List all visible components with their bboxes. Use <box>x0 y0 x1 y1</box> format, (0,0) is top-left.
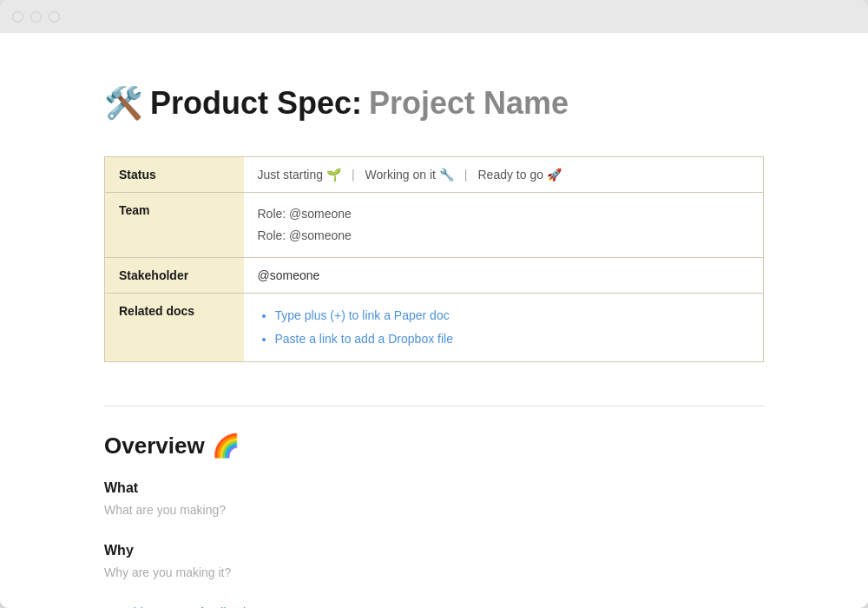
minimize-button[interactable] <box>30 11 42 23</box>
app-window: 🛠️ Product Spec: Project Name Status Jus… <box>0 0 868 608</box>
overview-section: Overview 🌈 What What are you making? Why… <box>104 433 764 608</box>
status-value: Just starting 🌱 | Working on it 🔧 | Read… <box>244 157 764 193</box>
stakeholder-label: Stakeholder <box>105 258 244 294</box>
why-title: Why <box>104 543 764 558</box>
table-row-team: Team Role: @someone Role: @someone <box>105 193 764 258</box>
title-main: Product Spec: <box>150 85 362 122</box>
status-ready: Ready to go 🚀 <box>478 168 562 182</box>
what-title: What <box>104 480 764 496</box>
why-placeholder: Why are you making it? <box>104 565 764 579</box>
related-docs-value: Type plus (+) to link a Paper doc Paste … <box>244 294 764 361</box>
overview-emoji: 🌈 <box>212 433 240 459</box>
related-docs-list: Type plus (+) to link a Paper doc Paste … <box>258 304 750 350</box>
related-docs-label: Related docs <box>105 294 244 361</box>
table-row-status: Status Just starting 🌱 | Working on it 🔧… <box>105 157 764 193</box>
related-doc-item-1: Type plus (+) to link a Paper doc <box>275 304 750 327</box>
what-placeholder: What are you making? <box>104 503 764 517</box>
status-just-starting: Just starting 🌱 <box>258 168 341 182</box>
page-title: 🛠️ Product Spec: Project Name <box>104 85 764 122</box>
overview-title-text: Overview <box>104 433 205 459</box>
team-label: Team <box>105 193 244 258</box>
team-member-1: Role: @someone <box>258 203 750 225</box>
table-row-stakeholder: Stakeholder @someone <box>105 258 764 294</box>
why-subsection: Why Why are you making it? Add customer … <box>104 543 764 608</box>
what-subsection: What What are you making? <box>104 480 764 517</box>
why-bullet-1: Add customer feedback <box>122 605 764 608</box>
maximize-button[interactable] <box>49 11 60 23</box>
overview-title: Overview 🌈 <box>104 433 764 459</box>
table-row-related-docs: Related docs Type plus (+) to link a Pap… <box>105 294 764 361</box>
separator-2: | <box>464 168 468 182</box>
separator-1: | <box>352 168 355 182</box>
section-divider <box>104 406 764 406</box>
why-bullet-list: Add customer feedback Include supporting… <box>104 605 764 608</box>
related-doc-item-2: Paste a link to add a Dropbox file <box>275 327 750 351</box>
title-colored: Project Name <box>369 85 569 122</box>
status-working: Working on it 🔧 <box>365 168 454 182</box>
info-table: Status Just starting 🌱 | Working on it 🔧… <box>104 156 764 362</box>
team-member-2: Role: @someone <box>258 225 750 247</box>
team-value: Role: @someone Role: @someone <box>244 193 764 258</box>
title-bar <box>0 0 868 33</box>
status-label: Status <box>105 157 244 193</box>
content-area: 🛠️ Product Spec: Project Name Status Jus… <box>0 33 868 608</box>
close-button[interactable] <box>12 11 23 23</box>
title-icon: 🛠️ <box>104 85 143 122</box>
stakeholder-value: @someone <box>244 258 764 294</box>
